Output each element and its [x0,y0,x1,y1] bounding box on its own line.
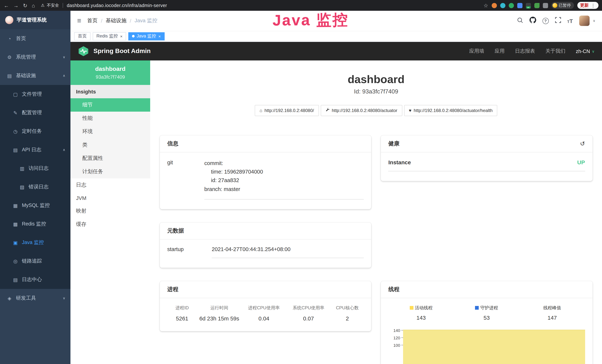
extension-icon-4[interactable] [517,3,522,8]
bookmark-star-icon[interactable]: ☆ [484,3,488,8]
sidebar-item-log-center[interactable]: ▤ 日志中心 [0,270,70,289]
infrastructure-icon: ▤ [7,73,12,78]
sidebar-item-infrastructure[interactable]: ▤ 基础设施 ∧ [0,66,70,85]
sidebar-item-config-management[interactable]: ✎ 配置管理 [0,104,70,122]
sba-item-details[interactable]: 细节 [70,98,150,112]
profile-paused-chip[interactable]: 已暂停 [551,2,574,9]
sidebar-item-java-monitor[interactable]: ▣ Java 监控 [0,233,70,252]
git-info-row: git commit: time: 1596289704000 id: 27aa… [167,159,364,200]
service-url-button[interactable]: ⌂ http://192.168.0.2:48080/ [255,105,319,116]
tag-redis-monitor[interactable]: Redis 监控 × [93,32,126,40]
wrench-icon [325,108,329,113]
history-icon[interactable]: ↺ [580,140,585,147]
sidebar-item-redis-monitor[interactable]: ▩ Redis 监控 [0,215,70,233]
url-text: dashboard.yudao.iocoder.cn/infra/admin-s… [67,3,167,8]
sba-item-beans[interactable]: 类 [70,138,150,152]
sba-nav-links: 应用墙 应用 日志报表 关于我们 zh-CN ∨ [469,48,595,54]
sba-item-jvm[interactable]: JVM [70,192,150,204]
avatar-caret-icon[interactable]: ∨ [593,19,595,23]
breadcrumb-home[interactable]: 首页 [87,17,97,24]
back-icon[interactable]: ← [4,3,9,8]
annotation-overlay: Java 监控 [273,10,349,31]
close-icon[interactable]: × [158,34,161,38]
instance-header[interactable]: dashboard 93a3fc7f7409 [70,60,150,85]
legend-daemon-threads: 守护进程 [454,305,519,311]
sba-item-environment[interactable]: 环境 [70,125,150,138]
startup-value: 2021-04-27T00:44:31.254+08:00 [212,246,364,258]
actuator-url-button[interactable]: http://192.168.0.2:48080/actuator [321,105,402,116]
sidebar-item-system-management[interactable]: ⚙ 系统管理 ∨ [0,48,70,66]
browser-home-icon[interactable]: ⌂ [32,3,35,8]
sidebar-item-trace[interactable]: ◎ 链路追踪 [0,252,70,270]
font-size-icon[interactable]: TT [567,18,573,24]
extension-icon-1[interactable] [492,3,497,8]
locale-select[interactable]: zh-CN ∨ [576,48,595,54]
hamburger-icon[interactable]: ≡ [77,17,81,25]
process-header: 进程ID [167,305,197,311]
tag-label: 首页 [78,33,87,39]
browser-menu-icon[interactable]: ⋮ [591,3,595,8]
process-value: 6d 23h 15m 59s [197,315,242,321]
breadcrumb-infrastructure[interactable]: 基础设施 [106,17,127,24]
extension-icon-6[interactable] [534,3,539,8]
close-icon[interactable]: × [120,34,123,38]
process-header: CPU核心数 [331,305,364,311]
sidebar-item-api-logs[interactable]: ▤ API 日志 ∧ [0,140,70,159]
error-log-icon: ▧ [19,184,25,190]
sba-item-scheduled-tasks[interactable]: 计划任务 [70,165,150,178]
link-label: http://192.168.0.2:48080/actuator/health [414,108,493,113]
sidebar-item-dev-tools[interactable]: ◈ 研发工具 ∨ [0,289,70,307]
not-secure-warning-icon: ⚠ [41,3,44,8]
search-icon[interactable] [517,17,523,25]
reload-icon[interactable]: ↻ [23,3,27,8]
fullscreen-icon[interactable] [555,17,561,24]
startup-key: startup [167,246,212,258]
sba-item-metrics[interactable]: 性能 [70,112,150,125]
sba-nav-about[interactable]: 关于我们 [546,48,566,54]
info-card: 信息 git commit: time: 1596289704000 id: 2 [160,135,371,209]
sidebar-item-scheduled-jobs[interactable]: ◷ 定时任务 [0,122,70,140]
sidebar-item-label: 文件管理 [22,91,42,97]
sidebar-item-error-logs[interactable]: ▧ 错误日志 [0,178,70,196]
chrome-update-button[interactable]: 更新 ⋮ [577,2,598,9]
instance-id-line: Id: 93a3fc7f7409 [160,88,592,95]
extensions-puzzle-icon[interactable] [543,3,548,8]
forward-icon[interactable]: → [13,3,19,8]
peak-threads-value: 147 [519,314,585,321]
sba-item-mappings[interactable]: 映射 [70,204,150,218]
sidebar-item-file-management[interactable]: ▢ 文件管理 [0,85,70,104]
sba-item-logfile[interactable]: 日志 [70,178,150,192]
breadcrumb: 首页 / 基础设施 / Java 监控 [87,17,157,24]
help-icon[interactable]: ? [542,18,548,24]
chevron-down-icon: ∨ [63,296,65,300]
sidebar-item-access-logs[interactable]: ▥ 访问日志 [0,159,70,178]
sba-item-caches[interactable]: 缓存 [70,218,150,231]
user-avatar[interactable] [579,16,590,26]
health-instance-row[interactable]: Instance UP [388,159,585,171]
sidebar-item-home[interactable]: ◔ 首页 [0,29,70,48]
extension-icon-2[interactable] [500,3,505,8]
sba-nav-journal[interactable]: 日志报表 [515,48,535,54]
tag-home[interactable]: 首页 [74,32,90,40]
live-threads-value: 143 [388,314,454,321]
sidebar-item-label: API 日志 [22,147,41,153]
tag-java-monitor[interactable]: Java 监控 × [129,32,164,40]
info-card-title: 信息 [160,135,371,152]
address-bar[interactable]: ⚠ 不安全 dashboard.yudao.iocoder.cn/infra/a… [41,3,167,8]
threads-chart: 140 120 100 [388,327,585,364]
sba-nav-applications[interactable]: 应用 [495,48,505,54]
app-logo[interactable]: 芋道管理系统 [0,11,70,29]
sba-nav-applications-wall[interactable]: 应用墙 [469,48,484,54]
chart-plot-area [403,327,585,364]
process-value: 5261 [167,315,197,321]
sba-item-config-props[interactable]: 配置属性 [70,152,150,165]
sba-brand: Spring Boot Admin [93,47,151,55]
extension-icon-5[interactable]: on [526,3,531,8]
github-icon[interactable] [529,17,536,25]
extension-icon-3[interactable] [509,3,514,8]
emoji-avatar-icon [552,3,557,8]
sidebar-item-mysql-monitor[interactable]: ▦ MySQL 监控 [0,196,70,215]
health-url-button[interactable]: ♥ http://192.168.0.2:48080/actuator/heal… [404,105,497,116]
blue-swatch-icon [475,306,479,310]
startup-row: startup 2021-04-27T00:44:31.254+08:00 [167,246,364,258]
